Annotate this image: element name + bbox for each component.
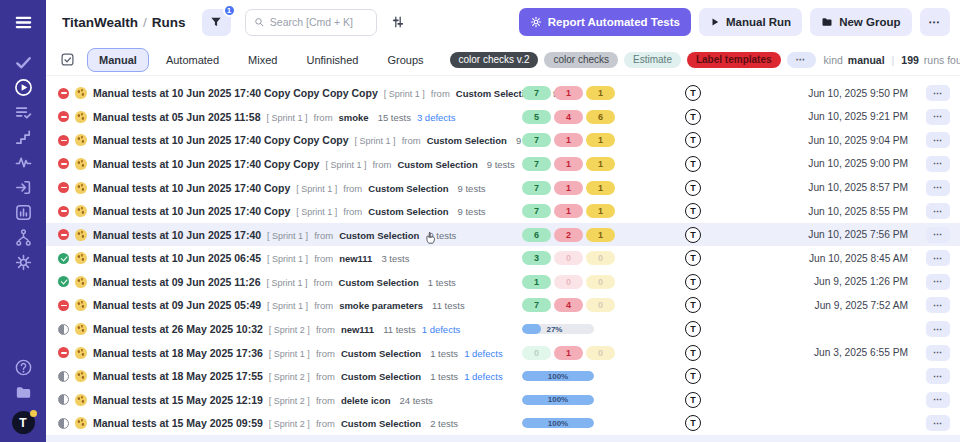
tab-automated[interactable]: Automated: [154, 48, 231, 72]
filter-button[interactable]: 1: [202, 9, 231, 36]
run-row-main: Manual tests at 10 Jun 2025 17:40 Copy C…: [58, 87, 522, 99]
search-box[interactable]: [245, 9, 377, 36]
play-circle-icon[interactable]: [11, 75, 35, 99]
row-more-button[interactable]: ⋯: [926, 297, 950, 313]
tab-manual[interactable]: Manual: [87, 48, 149, 72]
run-sprint-tag: [ Sprint 1 ]: [296, 207, 337, 217]
run-title[interactable]: Manual tests at 10 Jun 2025 17:40 Copy C…: [93, 134, 349, 146]
passed-status-icon: [58, 276, 69, 287]
row-more-button[interactable]: ⋯: [926, 392, 950, 408]
run-title[interactable]: Manual tests at 10 Jun 2025 06:45: [93, 252, 261, 264]
row-more-button[interactable]: ⋯: [926, 345, 950, 361]
list-check-icon[interactable]: [11, 100, 35, 124]
pill-passed: 7: [522, 133, 551, 147]
folder-icon[interactable]: [11, 380, 35, 404]
run-date: Jun 3, 2025 6:55 PM: [768, 347, 918, 358]
run-title[interactable]: Manual tests at 10 Jun 2025 17:40 Copy C…: [93, 158, 319, 170]
run-title[interactable]: Manual tests at 10 Jun 2025 17:40 Copy C…: [93, 87, 378, 99]
gear-icon[interactable]: [11, 250, 35, 274]
breadcrumb-project[interactable]: TitanWealth: [62, 15, 138, 30]
select-all-icon[interactable]: [60, 52, 75, 67]
pill-passed: 7: [522, 204, 551, 218]
menu-icon[interactable]: [11, 10, 35, 34]
run-title[interactable]: Manual tests at 09 Jun 2025 05:49: [93, 299, 261, 311]
run-row[interactable]: Manual tests at 09 Jun 2025 11:26[ Sprin…: [46, 270, 960, 294]
run-defects-link[interactable]: 3 defects: [417, 112, 456, 123]
row-more-button[interactable]: ⋯: [926, 227, 950, 243]
run-row[interactable]: Manual tests at 10 Jun 2025 06:45[ Sprin…: [46, 246, 960, 270]
analytics-icon[interactable]: [11, 200, 35, 224]
row-more-button[interactable]: ⋯: [926, 132, 950, 148]
tab-mixed[interactable]: Mixed: [236, 48, 289, 72]
summary-divider: |: [892, 54, 895, 66]
run-row[interactable]: Manual tests at 18 May 2025 17:36[ Sprin…: [46, 341, 960, 365]
search-input[interactable]: [270, 16, 368, 28]
run-row[interactable]: Manual tests at 10 Jun 2025 17:40 Copy C…: [46, 129, 960, 153]
row-more-button[interactable]: ⋯: [926, 180, 950, 196]
label-badge[interactable]: ⋯: [787, 52, 816, 68]
workspace-avatar[interactable]: T: [12, 411, 35, 434]
run-row[interactable]: Manual tests at 10 Jun 2025 17:40 Copy C…: [46, 81, 960, 105]
run-emoji-icon: [75, 323, 87, 335]
run-emoji-icon: [75, 252, 87, 264]
kind-value: manual: [848, 54, 885, 66]
run-source: Custom Selection: [397, 159, 477, 170]
manual-run-button[interactable]: Manual Run: [699, 8, 802, 36]
label-badge[interactable]: color checks: [544, 52, 618, 68]
run-title[interactable]: Manual tests at 10 Jun 2025 17:40: [93, 229, 261, 241]
run-title[interactable]: Manual tests at 09 Jun 2025 11:26: [93, 276, 261, 288]
from-label: from: [314, 253, 333, 264]
pill-passed: 5: [522, 110, 551, 124]
label-badge[interactable]: Label templates: [687, 52, 781, 68]
run-title[interactable]: Manual tests at 18 May 2025 17:36: [93, 347, 263, 359]
row-more-button[interactable]: ⋯: [926, 368, 950, 384]
row-more-button[interactable]: ⋯: [926, 203, 950, 219]
from-label: from: [316, 418, 335, 429]
help-icon[interactable]: [11, 355, 35, 379]
row-more-button[interactable]: ⋯: [926, 250, 950, 266]
run-row[interactable]: Manual tests at 09 Jun 2025 05:49[ Sprin…: [46, 294, 960, 318]
new-group-button[interactable]: New Group: [810, 8, 911, 36]
run-row[interactable]: Manual tests at 05 Jun 2025 11:58[ Sprin…: [46, 105, 960, 129]
activity-icon[interactable]: [11, 150, 35, 174]
row-more-button[interactable]: ⋯: [926, 85, 950, 101]
run-row[interactable]: Manual tests at 26 May 2025 10:32[ Sprin…: [46, 317, 960, 341]
run-title[interactable]: Manual tests at 18 May 2025 17:55: [93, 370, 263, 382]
tab-unfinished[interactable]: Unfinished: [294, 48, 370, 72]
run-row[interactable]: Manual tests at 18 May 2025 17:55[ Sprin…: [46, 364, 960, 388]
row-more-button[interactable]: ⋯: [926, 156, 950, 172]
run-title[interactable]: Manual tests at 10 Jun 2025 17:40 Copy: [93, 182, 290, 194]
run-row[interactable]: Manual tests at 10 Jun 2025 17:40 Copy C…: [46, 152, 960, 176]
run-title[interactable]: Manual tests at 15 May 2025 12:19: [93, 394, 263, 406]
report-automated-tests-button[interactable]: Report Automated Tests: [519, 8, 691, 36]
run-defects-link[interactable]: 1 defects: [464, 371, 503, 382]
run-title[interactable]: Manual tests at 26 May 2025 10:32: [93, 323, 263, 335]
label-badge[interactable]: color checks v.2: [450, 52, 539, 68]
run-row[interactable]: Manual tests at 15 May 2025 09:59[ Sprin…: [46, 412, 960, 436]
row-more-button[interactable]: ⋯: [926, 109, 950, 125]
row-more-button[interactable]: ⋯: [926, 321, 950, 337]
header-more-button[interactable]: ⋯: [920, 8, 951, 36]
steps-icon[interactable]: [11, 125, 35, 149]
row-more-button[interactable]: ⋯: [926, 274, 950, 290]
adjustments-icon[interactable]: [391, 15, 405, 29]
run-defects-link[interactable]: 1 defects: [422, 324, 461, 335]
check-icon[interactable]: [11, 50, 35, 74]
run-title[interactable]: Manual tests at 05 Jun 2025 11:58: [93, 111, 261, 123]
tab-groups[interactable]: Groups: [375, 48, 435, 72]
run-date: Jun 10, 2025 9:21 PM: [768, 111, 918, 122]
run-row[interactable]: Manual tests at 15 May 2025 12:19[ Sprin…: [46, 388, 960, 412]
branch-icon[interactable]: [11, 225, 35, 249]
run-row[interactable]: Manual tests at 10 Jun 2025 17:40 Copy[ …: [46, 199, 960, 223]
run-avatar-cell: T: [618, 415, 768, 431]
exit-box-icon[interactable]: [11, 175, 35, 199]
label-badge[interactable]: Estimate: [624, 52, 681, 68]
row-more-button[interactable]: ⋯: [926, 415, 950, 431]
run-row[interactable]: Manual tests at 10 Jun 2025 17:40[ Sprin…: [46, 223, 960, 247]
run-row[interactable]: Manual tests at 10 Jun 2025 17:40 Copy[ …: [46, 176, 960, 200]
run-title[interactable]: Manual tests at 15 May 2025 09:59: [93, 417, 263, 429]
run-more-cell: ⋯: [918, 203, 950, 219]
run-defects-link[interactable]: 1 defects: [464, 348, 503, 359]
filter-count-badge: 1: [223, 4, 236, 17]
run-title[interactable]: Manual tests at 10 Jun 2025 17:40 Copy: [93, 205, 290, 217]
